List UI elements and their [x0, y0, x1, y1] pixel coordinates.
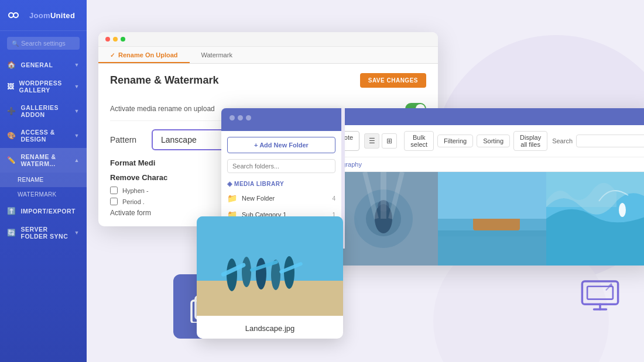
logo-icon	[8, 9, 25, 21]
svg-rect-29	[197, 216, 343, 281]
media-thumb-4[interactable]	[546, 172, 644, 266]
tab-rename-on-upload[interactable]: ✓ Rename On Upload	[98, 47, 190, 63]
addon-icon: ➕	[7, 107, 16, 115]
svg-point-32	[242, 257, 251, 287]
sidebar-item-general-label: GENERAL	[21, 61, 53, 68]
design-icon: 🎨	[7, 132, 16, 140]
sidebar-item-rename-sub[interactable]: RENAME	[0, 173, 87, 187]
folder-dot-2	[238, 115, 243, 120]
svg-point-38	[284, 256, 294, 289]
chevron-icon-4: ▼	[74, 133, 80, 139]
search-label: Search	[552, 137, 573, 144]
import-icon: ⬆️	[7, 207, 16, 215]
grid-view-button[interactable]: ⊞	[382, 133, 397, 149]
tab-check-icon: ✓	[110, 52, 115, 58]
folder-count-new: 4	[332, 195, 335, 202]
svg-point-34	[256, 258, 266, 289]
dot-minimize[interactable]	[113, 37, 118, 42]
sidebar-item-rename-sub-label: RENAME	[18, 177, 44, 183]
display-all-files-button[interactable]: Display all files	[513, 131, 547, 151]
logo-text: JoomUnited	[29, 11, 75, 20]
bulk-select-button[interactable]: Bulk select	[404, 131, 434, 151]
sidebar-search[interactable]: 🔍	[0, 31, 87, 56]
svg-rect-28	[197, 281, 343, 316]
dot-maximize[interactable]	[121, 37, 125, 42]
sidebar-item-import-label: IMPORT/EXPORT	[21, 208, 76, 215]
sidebar-nav: 🏠 GENERAL ▼ 🖼 WORDPRESS GALLERY ▼ ➕ GALL…	[0, 56, 87, 362]
list-view-button[interactable]: ☰	[364, 133, 379, 149]
folder-item-new[interactable]: 📁 New Folder 4	[221, 190, 341, 206]
sidebar-item-rename[interactable]: ✏️ RENAME & WATERM... ▲	[0, 148, 87, 173]
sidebar: JoomUnited 🔍 🏠 GENERAL ▼ 🖼 WORDPRESS GAL…	[0, 0, 87, 362]
filtering-button[interactable]: Filtering	[437, 135, 473, 147]
gallery-icon: 🖼	[7, 82, 15, 91]
media-search-input[interactable]	[576, 135, 644, 147]
sidebar-item-wp-gallery[interactable]: 🖼 WORDPRESS GALLERY ▼	[0, 74, 87, 99]
hyphen-label: Hyphen -	[122, 187, 149, 194]
sidebar-item-galleries-label: GALLERIES ADDON	[21, 104, 74, 118]
folder-search-input[interactable]	[227, 159, 335, 173]
folder-icon-new: 📁	[227, 194, 237, 203]
sidebar-item-import-export[interactable]: ⬆️ IMPORT/EXPORT	[0, 202, 87, 220]
window-tabs: ✓ Rename On Upload Watermark	[98, 47, 438, 64]
home-icon: 🏠	[7, 61, 16, 69]
period-checkbox[interactable]	[110, 198, 118, 205]
media-thumb-3[interactable]	[438, 172, 546, 266]
sync-icon: 🔄	[7, 229, 16, 237]
search-area: Search	[552, 135, 644, 147]
folder-name-new: New Folder	[242, 195, 327, 202]
window-dots	[98, 32, 438, 47]
chevron-icon-5: ▲	[74, 157, 80, 163]
sidebar-logo: JoomUnited	[0, 0, 87, 31]
search-icon: 🔍	[12, 40, 19, 47]
image-card-label: Landscape.jpg	[197, 318, 343, 339]
pattern-label: Pattern	[110, 135, 142, 144]
monitor-icon	[580, 278, 621, 313]
sidebar-item-access-label: ACCESS & DESIGN	[21, 129, 74, 143]
activate-rename-label: Activate media rename on upload	[110, 105, 215, 113]
media-library-icon: ◈	[227, 180, 234, 187]
main-area: ✓ Rename On Upload Watermark Rename & Wa…	[87, 0, 644, 362]
window-title: Rename & Watermark	[110, 74, 218, 87]
chevron-icon-3: ▼	[74, 108, 80, 114]
sidebar-item-general[interactable]: 🏠 GENERAL ▼	[0, 56, 87, 74]
sidebar-item-rename-label: RENAME & WATERM...	[21, 153, 74, 167]
sidebar-item-galleries-addon[interactable]: ➕ GALLERIES ADDON ▼	[0, 99, 87, 123]
sidebar-item-wp-gallery-label: WORDPRESS GALLERY	[19, 80, 74, 94]
folder-dot-3	[246, 115, 251, 120]
image-card-photo	[197, 216, 343, 316]
hyphen-checkbox[interactable]	[110, 187, 118, 194]
add-new-folder-button[interactable]: + Add New Folder	[227, 137, 335, 153]
chevron-icon-6: ▼	[74, 230, 80, 236]
media-thumb-2[interactable]	[330, 172, 438, 266]
sidebar-item-watermark-label: WATERMARK	[18, 191, 57, 198]
folder-heading: ◈ MEDIA LIBRARY	[221, 178, 341, 190]
folder-dot-1	[229, 115, 235, 120]
monitor-icon-container	[580, 278, 621, 315]
svg-rect-22	[438, 172, 546, 219]
sidebar-item-server-sync[interactable]: 🔄 SERVER FOLDER SYNC ▼	[0, 220, 87, 245]
svg-point-30	[227, 258, 237, 291]
chevron-icon: ▼	[74, 62, 80, 68]
svg-rect-23	[438, 230, 546, 236]
sidebar-item-watermark[interactable]: WATERMARK	[0, 187, 87, 202]
chevron-icon-2: ▼	[74, 84, 80, 89]
folder-panel-header	[221, 108, 341, 131]
period-label: Period .	[122, 198, 145, 205]
sorting-button[interactable]: Sorting	[477, 135, 510, 147]
view-icons: ☰ ⊞	[364, 133, 397, 149]
rename-icon: ✏️	[7, 156, 16, 164]
sidebar-item-access-design[interactable]: 🎨 ACCESS & DESIGN ▼	[0, 123, 87, 148]
tab-watermark[interactable]: Watermark	[190, 47, 244, 63]
save-changes-button[interactable]: SAVE CHANGES	[360, 73, 426, 88]
filter-bar: Bulk select Filtering Sorting Display al…	[404, 131, 547, 151]
logo-circle-right	[13, 12, 19, 18]
image-card: Landscape.jpg	[197, 216, 343, 339]
window-title-row: Rename & Watermark SAVE CHANGES	[110, 73, 426, 88]
svg-point-25	[619, 203, 626, 217]
svg-rect-46	[587, 287, 613, 299]
sidebar-item-sync-label: SERVER FOLDER SYNC	[21, 226, 74, 240]
dot-close[interactable]	[105, 37, 110, 42]
